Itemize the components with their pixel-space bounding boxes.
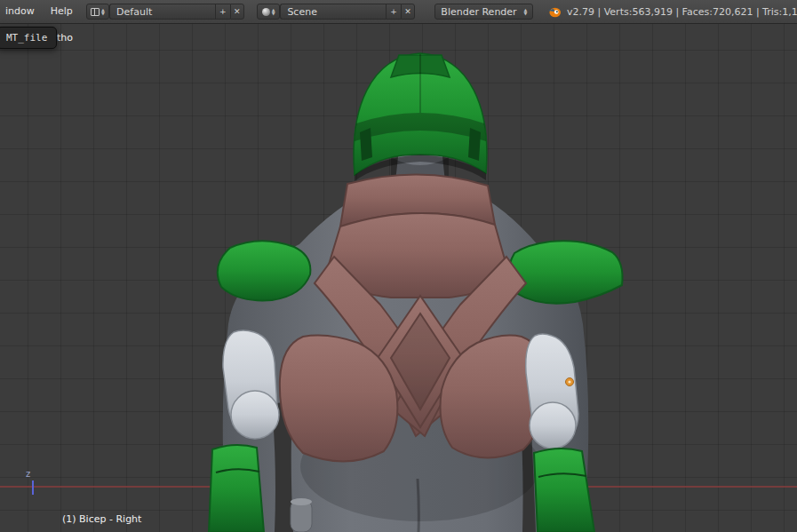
shoulder-pad-right-mesh[interactable] bbox=[508, 241, 622, 303]
3d-viewport[interactable]: MT_file tho z (1) Bicep - Right bbox=[0, 24, 797, 532]
version-stats-text: v2.79 | Verts:563,919 | Faces:720,621 | … bbox=[567, 6, 797, 18]
active-object-label: (1) Bicep - Right bbox=[62, 513, 141, 525]
screen-layout-dropdown[interactable]: Default bbox=[109, 4, 215, 20]
render-engine-label: Blender Render bbox=[441, 6, 516, 18]
screen-layout-icon-button[interactable]: ▲▼ bbox=[86, 4, 109, 20]
tooltip: MT_file bbox=[0, 27, 57, 49]
scene-icon bbox=[262, 8, 270, 16]
blender-logo-icon bbox=[547, 6, 562, 18]
chevron-updown-icon: ▲▼ bbox=[524, 8, 528, 15]
shoulder-pad-left-mesh[interactable] bbox=[218, 241, 311, 300]
scene-dropdown[interactable]: Scene bbox=[280, 4, 386, 20]
layout-close-button[interactable]: ✕ bbox=[230, 4, 245, 20]
forearm-guard-left-mesh[interactable] bbox=[209, 445, 264, 532]
viewport-scene bbox=[0, 24, 797, 532]
scene-icon-button[interactable]: ▲▼ bbox=[257, 4, 280, 20]
render-engine-dropdown[interactable]: Blender Render ▲▼ bbox=[434, 4, 533, 20]
chevron-updown-icon: ▲▼ bbox=[101, 8, 105, 15]
z-axis-label: z bbox=[26, 469, 30, 479]
cylinder-mesh[interactable] bbox=[291, 498, 312, 532]
menu-item-window-partial[interactable]: indow bbox=[0, 0, 43, 23]
chevron-updown-icon: ▲▼ bbox=[272, 8, 275, 15]
layout-add-button[interactable]: + bbox=[215, 4, 230, 20]
scene-close-button[interactable]: ✕ bbox=[401, 4, 416, 20]
layout-grid-icon bbox=[91, 8, 100, 16]
view-mode-label: tho bbox=[57, 32, 73, 44]
blender-window: indow Help ▲▼ Default + ✕ ▲▼ Scene + ✕ B… bbox=[0, 0, 797, 532]
info-header: indow Help ▲▼ Default + ✕ ▲▼ Scene + ✕ B… bbox=[0, 0, 797, 24]
menu-item-help[interactable]: Help bbox=[43, 0, 81, 23]
scene-add-button[interactable]: + bbox=[386, 4, 401, 20]
origin-point-indicator bbox=[566, 378, 574, 386]
